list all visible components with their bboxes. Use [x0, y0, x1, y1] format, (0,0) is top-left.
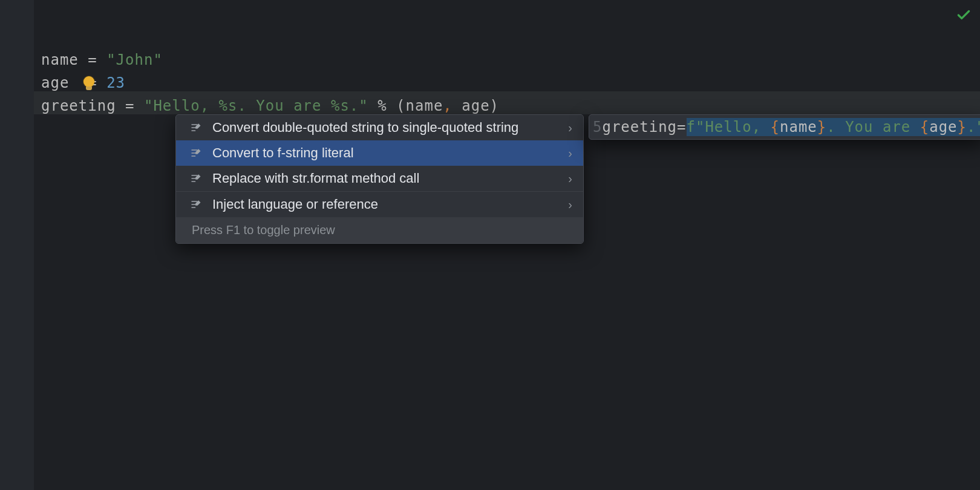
token-op: = [88, 51, 97, 68]
token-fprefix: f [687, 119, 696, 136]
code-area[interactable]: name = "John" age = 23 greeting = "Hello… [34, 0, 980, 490]
editor-root: name = "John" age = 23 greeting = "Hello… [0, 0, 980, 490]
token-comma: , [443, 97, 452, 114]
token-string: Hello, [705, 119, 770, 136]
token-var: name [41, 51, 79, 68]
token-var: greeting [602, 119, 677, 136]
intention-item-fstring[interactable]: Convert to f-string literal › [176, 140, 583, 166]
token-string: "Hello, %s. You are %s." [144, 97, 368, 114]
token-string: . You are [826, 119, 920, 136]
token-punct: ( [396, 97, 405, 114]
token-var: age [462, 97, 489, 114]
chevron-right-icon: › [568, 121, 572, 135]
intention-item-convert-quotes[interactable]: Convert double-quoted string to single-q… [176, 115, 583, 140]
token-op: = [677, 119, 686, 136]
token-op: % [377, 97, 387, 114]
intention-item-label: Inject language or reference [212, 197, 562, 212]
token-var: name [406, 97, 443, 114]
edit-icon [189, 146, 203, 160]
edit-icon [189, 121, 203, 134]
token-string: "John" [106, 51, 163, 68]
chevron-right-icon: › [568, 146, 572, 160]
intention-item-strformat[interactable]: Replace with str.format method call › [176, 166, 583, 191]
chevron-right-icon: › [568, 198, 572, 212]
token-var: greeting [41, 97, 116, 114]
gutter [0, 0, 34, 490]
intention-popup: Convert double-quoted string to single-q… [175, 114, 584, 244]
token-quote: " [696, 119, 705, 136]
popup-footer: Press F1 to toggle preview [176, 217, 583, 243]
token-op: = [125, 97, 134, 114]
token-number: 23 [106, 74, 125, 91]
code-line-2[interactable]: age = 23 [34, 71, 980, 94]
token-brace: } [958, 119, 967, 136]
chevron-right-icon: › [568, 172, 572, 186]
token-brace: } [817, 119, 826, 136]
token-var: name [780, 119, 817, 136]
token-quote: " [976, 119, 980, 136]
edit-icon [189, 198, 203, 211]
token-punct: ) [490, 97, 499, 114]
intention-item-label: Replace with str.format method call [212, 171, 562, 186]
edit-icon [189, 172, 203, 185]
code-line-1[interactable]: name = "John" [34, 48, 980, 71]
lightbulb-icon[interactable] [83, 76, 94, 87]
intention-preview: 5 greeting = f"Hello, {name}. You are {a… [589, 114, 980, 140]
intention-item-label: Convert to f-string literal [212, 145, 562, 161]
intention-item-label: Convert double-quoted string to single-q… [212, 120, 562, 136]
preview-line-number: 5 [593, 119, 602, 136]
checkmark-icon[interactable] [956, 7, 972, 23]
intention-item-inject[interactable]: Inject language or reference › [176, 192, 583, 217]
token-brace: { [920, 119, 929, 136]
token-brace: { [771, 119, 780, 136]
token-string: . [967, 119, 976, 136]
token-var: age [41, 74, 69, 91]
token-var: age [929, 119, 957, 136]
